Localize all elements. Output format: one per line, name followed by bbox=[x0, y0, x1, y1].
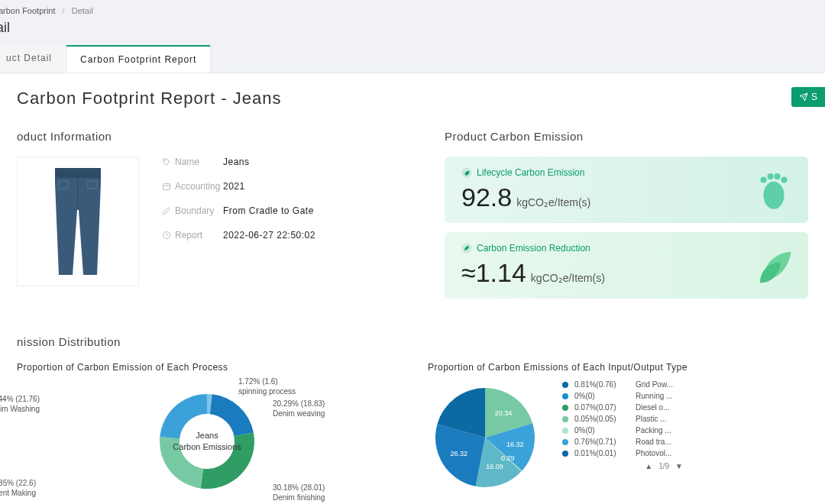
leaf-badge-icon bbox=[461, 167, 472, 178]
jeans-icon bbox=[44, 164, 112, 279]
svg-text:26.32: 26.32 bbox=[450, 450, 467, 457]
pager-prev[interactable]: ▲ bbox=[645, 462, 652, 470]
svg-text:0.29: 0.29 bbox=[501, 454, 515, 462]
legend-row: 0.07%(0.07)Diesel o... bbox=[562, 403, 686, 412]
svg-point-12 bbox=[781, 176, 787, 183]
svg-point-10 bbox=[767, 173, 773, 179]
card1-label: Lifecycle Carbon Emission bbox=[477, 167, 584, 178]
emission-heading: Product Carbon Emission bbox=[445, 130, 808, 143]
svg-rect-4 bbox=[163, 184, 170, 190]
svg-point-8 bbox=[764, 181, 785, 208]
chart-label: 23.44% (21.76)Denim Washing bbox=[0, 394, 40, 414]
clock-icon bbox=[162, 231, 171, 240]
svg-text:16.32: 16.32 bbox=[506, 441, 524, 448]
chart-label: 1.72% (1.6)spinning process bbox=[238, 376, 296, 396]
meta-name-label: Name bbox=[175, 157, 199, 167]
share-button[interactable]: S bbox=[791, 87, 825, 107]
legend-row: 0.05%(0.05)Plastic ... bbox=[562, 415, 686, 423]
meta-name-value: Jeans bbox=[223, 157, 250, 167]
breadcrumb: Carbon Footprint / Detail bbox=[0, 0, 825, 20]
card2-unit: kgCO₂e/Item(s) bbox=[531, 272, 605, 284]
chart-label: 24.35% (22.6)Garment Making bbox=[0, 478, 36, 498]
svg-point-11 bbox=[774, 173, 780, 179]
tab-product-detail[interactable]: uct Detail bbox=[0, 45, 66, 73]
donut-chart: Jeans Carbon Emissions 1.72% (1.6)spinni… bbox=[17, 380, 397, 502]
product-image bbox=[17, 157, 139, 286]
legend: 0.81%(0.76)Grid Pow...0%(0)Running ...0.… bbox=[562, 380, 686, 457]
reduction-badge-icon bbox=[461, 243, 472, 254]
product-info-heading: oduct Information bbox=[17, 130, 414, 143]
chart-label: 20.29% (18.83)Denim weaving bbox=[273, 399, 325, 418]
pager-next[interactable]: ▼ bbox=[675, 462, 683, 470]
chart1-title: Proportion of Carbon Emission of Each Pr… bbox=[17, 362, 397, 373]
card1-unit: kgCO₂e/Item(s) bbox=[516, 196, 590, 208]
lifecycle-emission-card: Lifecycle Carbon Emission 92.8 kgCO₂e/It… bbox=[445, 157, 808, 223]
send-icon bbox=[799, 92, 808, 102]
legend-row: 0.81%(0.76)Grid Pow... bbox=[562, 380, 686, 389]
breadcrumb-current: Detail bbox=[72, 6, 93, 15]
leaf-icon bbox=[753, 245, 794, 286]
calendar-icon bbox=[162, 182, 171, 191]
reduction-card: Carbon Emission Reduction ≈1.14 kgCO₂e/I… bbox=[445, 232, 808, 299]
card2-label: Carbon Emission Reduction bbox=[477, 243, 590, 254]
tabs: uct Detail Carbon Footprint Report bbox=[0, 45, 825, 73]
meta-rep-label: Report bbox=[175, 230, 202, 241]
card2-value: ≈1.14 bbox=[461, 258, 526, 288]
meta-bound-value: From Cradle to Gate bbox=[223, 205, 314, 216]
legend-row: 0%(0)Packing ... bbox=[562, 426, 686, 435]
chart2-title: Proportion of Carbon Emissions of Each I… bbox=[428, 362, 808, 373]
breadcrumb-sep: / bbox=[63, 6, 65, 15]
report-title: Carbon Footprint Report - Jeans bbox=[17, 89, 282, 108]
tag-icon bbox=[162, 157, 171, 166]
meta-bound-label: Boundary bbox=[175, 205, 214, 216]
page-title: tail bbox=[0, 20, 825, 36]
pager-text: 1/9 bbox=[658, 462, 669, 470]
card1-value: 92.8 bbox=[461, 183, 512, 212]
meta-acc-value: 2021 bbox=[223, 181, 245, 192]
breadcrumb-root[interactable]: Carbon Footprint bbox=[0, 6, 56, 15]
svg-point-3 bbox=[165, 160, 166, 161]
meta-acc-label: Accounting bbox=[175, 181, 220, 192]
pie-chart: 20.3416.320.2916.0926.32 bbox=[428, 380, 542, 498]
svg-point-9 bbox=[760, 176, 766, 183]
legend-row: 0%(0)Running ... bbox=[562, 392, 686, 400]
svg-text:20.34: 20.34 bbox=[495, 409, 513, 417]
legend-pager: ▲ 1/9 ▼ bbox=[562, 462, 683, 470]
meta-rep-value: 2022-06-27 22:50:02 bbox=[223, 230, 315, 241]
svg-text:16.09: 16.09 bbox=[486, 463, 503, 470]
pencil-icon bbox=[162, 206, 171, 215]
legend-row: 0.01%(0.01)Photovol... bbox=[562, 449, 686, 457]
chart-label: 30.18% (28.01)Denim finishing bbox=[273, 483, 325, 502]
distribution-heading: nission Distribution bbox=[17, 335, 808, 348]
footprint-icon bbox=[753, 170, 794, 211]
tab-carbon-report[interactable]: Carbon Footprint Report bbox=[66, 45, 211, 73]
legend-row: 0.76%(0.71)Road tra... bbox=[562, 438, 686, 446]
